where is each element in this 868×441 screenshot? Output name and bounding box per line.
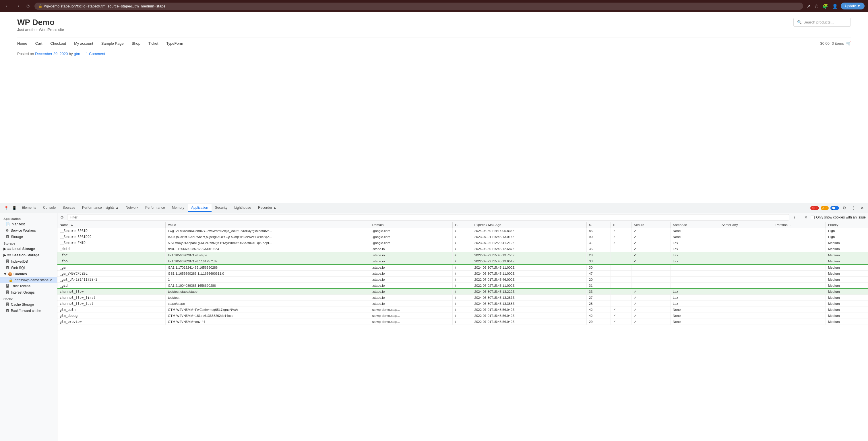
url-text: wp-demo.stape.io/?fbclid=stape&utm_sourc… xyxy=(44,4,165,8)
extensions-button[interactable]: 🧩 xyxy=(821,2,829,10)
cart-items: 0 items xyxy=(832,41,844,45)
post-author-link[interactable]: gtm xyxy=(74,52,80,56)
update-chevron: ▼ xyxy=(857,4,861,8)
site-title: WP Demo xyxy=(17,18,64,27)
nav-ticket[interactable]: Ticket xyxy=(148,41,158,45)
back-button[interactable]: ← xyxy=(3,2,11,10)
nav-samplepage[interactable]: Sample Page xyxy=(101,41,124,45)
nav-links: Home Cart Checkout My account Sample Pag… xyxy=(17,41,183,45)
lock-icon: 🔒 xyxy=(38,4,42,8)
cart-area: $0.00 0 items 🛒 xyxy=(820,41,851,45)
profile-button[interactable]: 👤 xyxy=(831,2,839,10)
cart-icon: 🛒 xyxy=(846,41,851,45)
nav-cart[interactable]: Cart xyxy=(35,41,42,45)
site-header: WP Demo Just another WordPress site 🔍 Se… xyxy=(17,18,851,32)
nav-shop[interactable]: Shop xyxy=(132,41,141,45)
post-date-link[interactable]: December 29, 2020 xyxy=(35,52,68,56)
page-post-info: Posted on December 29, 2020 by gtm — 1 C… xyxy=(17,49,851,58)
share-button[interactable]: ↗ xyxy=(805,2,811,10)
site-nav: Home Cart Checkout My account Sample Pag… xyxy=(17,38,851,49)
browser-chrome: ← → ⟳ 🔒 wp-demo.stape.io/?fbclid=stape&u… xyxy=(0,0,868,12)
update-button[interactable]: Update ▼ xyxy=(841,3,865,9)
update-label: Update xyxy=(845,4,856,8)
nav-typeform[interactable]: TypeForm xyxy=(166,41,183,45)
reload-button[interactable]: ⟳ xyxy=(24,2,32,10)
site-branding: WP Demo Just another WordPress site xyxy=(17,18,64,32)
page-content: WP Demo Just another WordPress site 🔍 Se… xyxy=(0,12,868,64)
cart-price: $0.00 xyxy=(820,41,830,45)
nav-myaccount[interactable]: My account xyxy=(74,41,93,45)
nav-checkout[interactable]: Checkout xyxy=(50,41,66,45)
site-subtitle: Just another WordPress site xyxy=(17,28,64,32)
search-placeholder: Search products... xyxy=(803,20,834,24)
nav-home[interactable]: Home xyxy=(17,41,27,45)
bookmark-button[interactable]: ☆ xyxy=(813,2,819,10)
post-comments-link[interactable]: 1 Comment xyxy=(86,52,105,56)
forward-button[interactable]: → xyxy=(14,2,22,10)
search-products-box[interactable]: 🔍 Search products... xyxy=(794,18,851,27)
address-bar[interactable]: 🔒 wp-demo.stape.io/?fbclid=stape&utm_sou… xyxy=(34,3,803,10)
chrome-actions: ↗ ☆ 🧩 👤 Update ▼ xyxy=(805,2,865,10)
search-icon: 🔍 xyxy=(797,20,802,24)
